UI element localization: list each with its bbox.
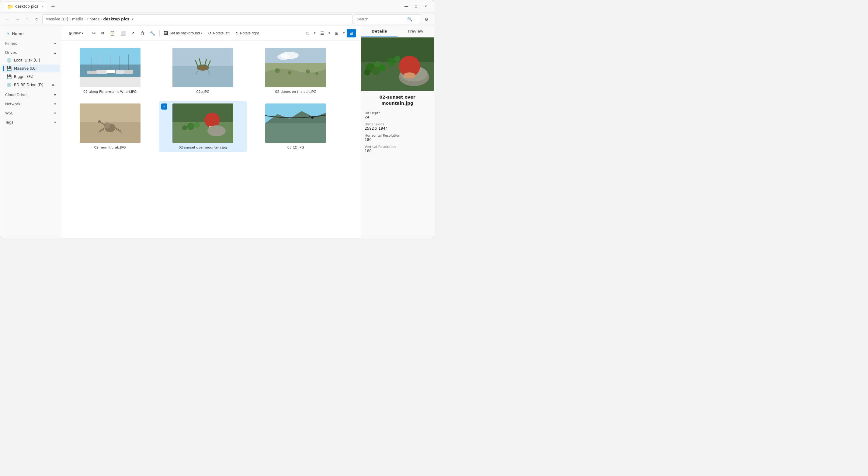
forward-button[interactable]: → xyxy=(13,15,22,24)
file-thumbnail xyxy=(80,103,141,143)
properties-button[interactable]: 🔧 xyxy=(148,28,158,38)
local-disk-icon: 💿 xyxy=(6,58,11,63)
details-prop-vres: Vertical Resolution 180 xyxy=(365,145,430,153)
sidebar-cloud-header[interactable]: Cloud Drives ▾ xyxy=(0,92,61,98)
sidebar-drives-header[interactable]: Drives ▴ xyxy=(0,49,61,56)
rotate-right-button[interactable]: ↻ Rotate right xyxy=(232,28,261,38)
share-icon: ↗ xyxy=(131,31,135,36)
set-bg-chevron: ▾ xyxy=(201,32,203,35)
breadcrumb-item-photos[interactable]: Photos xyxy=(87,17,99,21)
prop-value-hres: 180 xyxy=(365,138,430,142)
pinned-label: Pinned xyxy=(5,41,18,46)
cut-button[interactable]: ✂ xyxy=(90,28,98,38)
new-tab-button[interactable]: + xyxy=(49,3,57,9)
copy-icon: ⧉ xyxy=(101,30,104,36)
title-bar-left: 📁 desktop pics × + xyxy=(4,2,400,11)
tab-close-button[interactable]: × xyxy=(41,5,43,8)
sidebar-tags-header[interactable]: Tags ▾ xyxy=(0,119,61,126)
network-label: Network xyxy=(5,102,20,106)
set-bg-icon: 🖼 xyxy=(164,31,168,36)
large-icons-button[interactable]: ⊞ xyxy=(347,29,356,37)
view-options-button[interactable]: ⊞ xyxy=(332,29,341,37)
sidebar-section-network: Network ▾ xyxy=(0,99,61,109)
search-icon[interactable]: 🔍 xyxy=(407,17,412,22)
details-prop-bitdepth: Bit Depth 24 xyxy=(365,111,430,119)
sidebar-network-header[interactable]: Network ▾ xyxy=(0,101,61,108)
sidebar-item-bigger[interactable]: 💾 Bigger (E:) xyxy=(2,73,60,81)
sort-chevron[interactable]: ▾ xyxy=(313,30,316,36)
rename-icon: ⬜ xyxy=(120,31,126,36)
up-button[interactable]: ↑ xyxy=(23,15,31,24)
search-input[interactable] xyxy=(357,17,405,21)
group-button[interactable]: ☰ xyxy=(317,29,327,37)
svg-point-45 xyxy=(208,125,226,136)
new-button[interactable]: ⊕ New ▾ xyxy=(66,28,86,38)
file-item[interactable]: 03 (2).JPG xyxy=(252,101,340,152)
details-prop-hres: Horizontal Resolution 180 xyxy=(365,133,430,142)
rotate-left-button[interactable]: ↺ Rotate left xyxy=(206,28,232,38)
svg-point-15 xyxy=(197,64,209,70)
paste-button[interactable]: 📋 xyxy=(107,28,117,38)
svg-point-47 xyxy=(194,122,200,128)
settings-button[interactable]: ⚙ xyxy=(422,15,431,24)
svg-point-64 xyxy=(403,72,415,79)
bdre-label: BD-RE Drive (F:) xyxy=(14,83,43,87)
toolbar-right: ⇅ ▾ ☰ ▾ ⊞ ▾ ⊞ xyxy=(303,29,356,37)
toolbar-sep-1 xyxy=(88,30,88,36)
file-item[interactable]: 02-along Fisherman's Wharf.JPG xyxy=(66,46,154,96)
file-item[interactable]: 02-dunes on the spit.JPG xyxy=(252,46,340,96)
breadcrumb-item-current[interactable]: desktop pics xyxy=(103,17,130,21)
tab-title: desktop pics xyxy=(15,4,38,8)
tab-preview[interactable]: Preview xyxy=(398,26,434,37)
content-area-wrapper: ⊕ New ▾ ✂ ⧉ 📋 ⬜ ↗ xyxy=(61,26,361,238)
breadcrumb-chevron[interactable]: ▾ xyxy=(132,17,133,21)
svg-point-27 xyxy=(288,71,291,75)
sidebar-item-massive[interactable]: 💾 Massive (D:) xyxy=(2,64,60,72)
file-grid: 02-along Fisherman's Wharf.JPG xyxy=(66,46,340,152)
sidebar-item-local-disk[interactable]: 💿 Local Disk (C:) xyxy=(2,56,60,64)
bdre-icon: 💿 xyxy=(6,83,11,87)
svg-rect-12 xyxy=(125,70,133,73)
prop-value-dimensions: 2592 x 1944 xyxy=(365,126,430,130)
svg-point-66 xyxy=(395,56,401,62)
details-panel: Details Preview xyxy=(361,26,434,238)
file-item[interactable]: 02b.JPG xyxy=(159,46,247,96)
current-tab[interactable]: 📁 desktop pics × xyxy=(4,2,47,11)
minimize-button[interactable]: — xyxy=(402,3,411,10)
details-tabs: Details Preview xyxy=(361,26,434,37)
view-chevron[interactable]: ▾ xyxy=(342,30,345,36)
back-button[interactable]: ← xyxy=(3,15,12,24)
network-chevron: ▾ xyxy=(54,102,56,106)
sidebar-item-home[interactable]: ⌂ Home xyxy=(2,29,60,38)
details-prop-dimensions: Dimensions 2592 x 1944 xyxy=(365,122,430,130)
sidebar-wsl-header[interactable]: WSL ▾ xyxy=(0,110,61,117)
rename-button[interactable]: ⬜ xyxy=(118,28,128,38)
share-button[interactable]: ↗ xyxy=(129,28,137,38)
close-button[interactable]: × xyxy=(422,3,430,10)
refresh-button[interactable]: ↻ xyxy=(33,15,41,24)
eject-icon[interactable]: ⏏ xyxy=(52,83,55,87)
maximize-button[interactable]: □ xyxy=(412,3,420,10)
drives-label: Drives xyxy=(5,51,17,55)
sidebar-pinned-header[interactable]: Pinned ▾ xyxy=(0,40,61,47)
svg-point-60 xyxy=(379,64,385,71)
breadcrumb-item-drive[interactable]: Massive (D:) xyxy=(45,17,68,21)
breadcrumb[interactable]: Massive (D:) › media › Photos › desktop … xyxy=(42,14,353,24)
breadcrumb-item-media[interactable]: media xyxy=(72,17,83,21)
file-name: 02-dunes on the spit.JPG xyxy=(275,90,317,94)
sidebar-item-bdre[interactable]: 💿 BD-RE Drive (F:) ⏏ xyxy=(2,81,60,89)
details-body: 02-sunset over mountain.jpg Bit Depth 24… xyxy=(361,91,434,160)
sort-button[interactable]: ⇅ xyxy=(303,29,312,37)
group-chevron[interactable]: ▾ xyxy=(328,30,331,36)
set-background-button[interactable]: 🖼 Set as background ▾ xyxy=(161,28,205,38)
file-item-selected[interactable]: ✓ xyxy=(159,101,247,152)
main-area: ⌂ Home Pinned ▾ Drives ▴ 💿 Local Disk (C… xyxy=(0,26,434,238)
copy-button[interactable]: ⧉ xyxy=(99,28,107,38)
massive-icon: 💾 xyxy=(6,66,11,71)
delete-button[interactable]: 🗑 xyxy=(138,28,147,38)
file-grid-content: 02-along Fisherman's Wharf.JPG xyxy=(61,40,361,238)
file-item[interactable]: 02-hermit crab.JPG xyxy=(66,101,154,152)
rotate-right-icon: ↻ xyxy=(235,31,239,36)
tab-details[interactable]: Details xyxy=(361,26,398,37)
home-icon: ⌂ xyxy=(6,31,9,36)
